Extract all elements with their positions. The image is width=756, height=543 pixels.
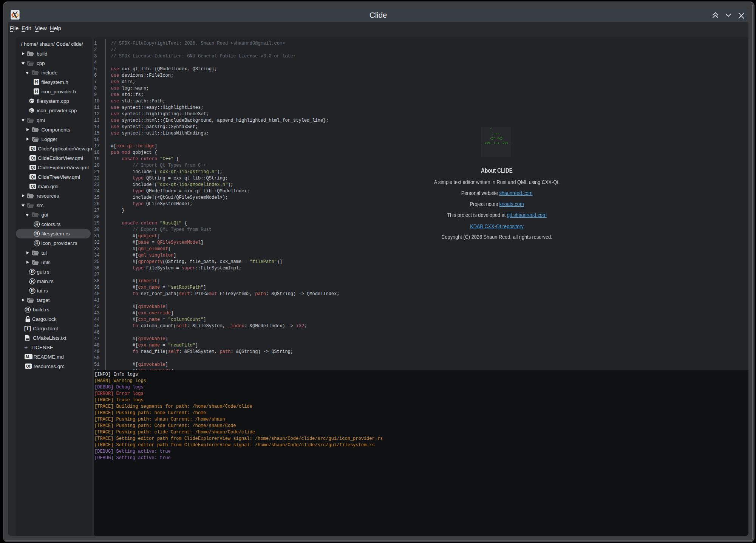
svg-text:R: R xyxy=(35,222,38,227)
svg-text:R: R xyxy=(31,279,34,283)
svg-text:R: R xyxy=(31,269,34,274)
svg-text:R: R xyxy=(26,307,29,312)
svg-text:R: R xyxy=(31,288,34,293)
svg-text:R: R xyxy=(35,232,38,236)
svg-text:+: + xyxy=(32,101,34,103)
svg-text:+: + xyxy=(32,110,34,113)
svg-text:R: R xyxy=(35,241,38,246)
